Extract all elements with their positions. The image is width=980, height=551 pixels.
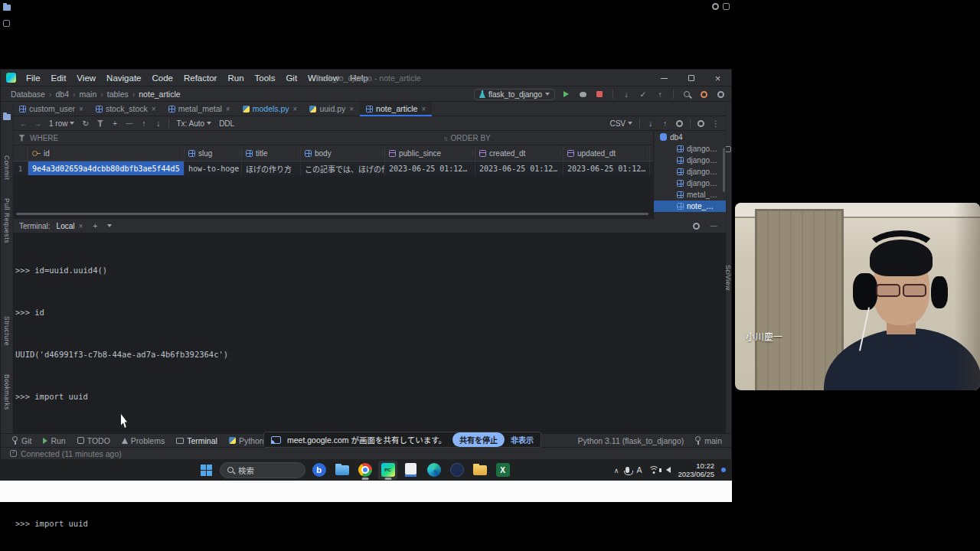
notepad-icon[interactable] <box>401 461 420 480</box>
table-node[interactable]: metal_… <box>654 189 726 201</box>
stop-button[interactable] <box>593 88 606 100</box>
microphone-icon[interactable] <box>626 467 629 473</box>
search-everywhere-button[interactable] <box>681 88 693 100</box>
filter-icon[interactable] <box>93 117 106 129</box>
notification-dot-icon[interactable] <box>721 468 726 472</box>
git-push-button[interactable] <box>654 88 666 100</box>
next-page-icon[interactable] <box>31 117 44 129</box>
column-header-slug[interactable]: slug <box>185 145 242 161</box>
download-icon[interactable] <box>644 117 657 129</box>
tab-note-article[interactable]: note_article <box>360 102 432 116</box>
project-tool-button[interactable] <box>3 114 11 120</box>
breadcrumb-tables[interactable]: tables <box>107 90 139 99</box>
tool-window-icon[interactable] <box>3 20 10 27</box>
minimize-button[interactable] <box>651 70 678 86</box>
todo-tool-button[interactable]: TODO <box>77 436 110 445</box>
folder-icon[interactable] <box>470 461 489 480</box>
ime-mode-indicator[interactable]: A <box>636 465 642 474</box>
tab-close-icon[interactable] <box>293 105 298 113</box>
tx-mode-selector[interactable]: Tx: Auto <box>173 119 214 128</box>
taskbar-search[interactable]: 検索 <box>220 462 305 478</box>
new-terminal-button[interactable] <box>89 220 101 232</box>
volume-icon[interactable] <box>666 467 671 473</box>
cell-slug[interactable]: how-to-hoge <box>185 161 242 175</box>
cell-id[interactable]: 9e4a3d02659a4dcbb80dbfb3ae5f44d5 <box>28 161 185 175</box>
interpreter-selector[interactable]: Python 3.11 (flask_to_django) <box>578 436 684 445</box>
submit-icon[interactable] <box>137 117 150 129</box>
menu-edit[interactable]: Edit <box>46 70 72 86</box>
previous-page-icon[interactable] <box>17 117 30 129</box>
cell-body[interactable]: この記事では、ほげの作 <box>301 161 385 175</box>
gear-icon[interactable] <box>694 117 707 129</box>
git-commit-button[interactable] <box>637 88 649 100</box>
close-button[interactable] <box>704 70 731 86</box>
wifi-icon[interactable] <box>648 466 659 474</box>
start-button[interactable] <box>201 465 212 476</box>
pull-requests-tool-button[interactable]: Pull Requests <box>3 198 11 243</box>
export-format-selector[interactable]: CSV <box>606 119 635 128</box>
settings-button[interactable] <box>697 88 710 100</box>
breadcrumb-main[interactable]: main <box>79 90 106 99</box>
refresh-icon[interactable] <box>79 117 92 129</box>
terminal-dropdown-icon[interactable] <box>107 224 112 227</box>
row-count-selector[interactable]: 1 row <box>46 119 77 128</box>
excel-icon[interactable] <box>493 461 512 480</box>
add-row-icon[interactable] <box>108 117 121 129</box>
tool-window-icon[interactable] <box>723 3 730 10</box>
database-tool-button[interactable] <box>725 146 731 152</box>
menu-refactor[interactable]: Refactor <box>178 70 222 86</box>
dark-app-icon[interactable] <box>447 461 466 480</box>
profile-icon[interactable] <box>714 88 727 100</box>
tab-close-icon[interactable] <box>421 105 426 113</box>
column-header-public-since[interactable]: public_since <box>385 145 475 161</box>
cell-updated-dt[interactable]: 2023-06-25 01:12… <box>564 161 650 175</box>
horizontal-scrollbar[interactable] <box>16 213 648 215</box>
edge-icon[interactable] <box>424 461 443 480</box>
row-number[interactable]: 1 <box>13 161 28 175</box>
structure-tool-button[interactable]: Structure <box>3 316 11 346</box>
where-input[interactable]: WHERE <box>30 134 58 142</box>
menu-code[interactable]: Code <box>146 70 178 86</box>
menu-navigate[interactable]: Navigate <box>101 70 146 86</box>
column-header-created-dt[interactable]: created_dt <box>475 145 564 161</box>
bookmarks-tool-button[interactable]: Bookmarks <box>3 374 11 410</box>
cell-created-dt[interactable]: 2023-06-25 01:12… <box>475 161 564 175</box>
tab-uuid-py[interactable]: uuid.py <box>303 102 360 116</box>
hidden-icons-chevron[interactable] <box>614 465 619 474</box>
project-folder-icon[interactable] <box>3 5 11 11</box>
tab-close-icon[interactable] <box>349 105 354 113</box>
select-all-cell[interactable] <box>13 145 28 161</box>
more-options-icon[interactable] <box>709 117 722 129</box>
breadcrumb-note-article[interactable]: note_article <box>139 90 188 99</box>
cell-public-since[interactable]: 2023-06-25 01:12… <box>385 161 475 175</box>
ddl-button[interactable]: DDL <box>216 119 237 128</box>
column-header-updated-dt[interactable]: updated_dt <box>564 145 650 161</box>
chrome-icon[interactable] <box>355 461 374 480</box>
tab-close-icon[interactable] <box>78 222 83 230</box>
terminal-tool-button[interactable]: Terminal <box>176 436 217 445</box>
problems-tool-button[interactable]: Problems <box>122 436 165 445</box>
panel-scrollbar[interactable] <box>723 148 725 192</box>
browser-b-icon[interactable] <box>309 461 328 480</box>
git-branch-selector[interactable]: main <box>694 436 722 445</box>
column-header-title[interactable]: title <box>242 145 301 161</box>
restore-button[interactable] <box>678 70 704 86</box>
tab-close-icon[interactable] <box>79 105 83 113</box>
database-node[interactable]: db4 <box>654 131 726 143</box>
hide-panel-icon[interactable] <box>707 220 720 232</box>
delete-row-icon[interactable] <box>122 117 136 129</box>
git-update-button[interactable] <box>620 88 632 100</box>
revert-icon[interactable] <box>152 117 165 129</box>
tab-models-py[interactable]: models.py <box>237 102 304 116</box>
breadcrumb-db4[interactable]: db4 <box>55 90 79 99</box>
file-explorer-icon[interactable] <box>332 461 351 480</box>
tab-custom-user[interactable]: custom_user <box>13 102 90 116</box>
commit-tool-button[interactable]: Commit <box>3 155 11 180</box>
git-tool-button[interactable]: Git <box>11 436 31 445</box>
column-header-body[interactable]: body <box>301 145 385 161</box>
upload-icon[interactable] <box>658 117 671 129</box>
stop-sharing-button[interactable]: 共有を停止 <box>452 432 505 447</box>
tab-metal-metal[interactable]: metal_metal <box>162 102 237 116</box>
debug-button[interactable] <box>577 88 589 100</box>
order-by-input[interactable]: ORDER BY <box>451 134 491 142</box>
